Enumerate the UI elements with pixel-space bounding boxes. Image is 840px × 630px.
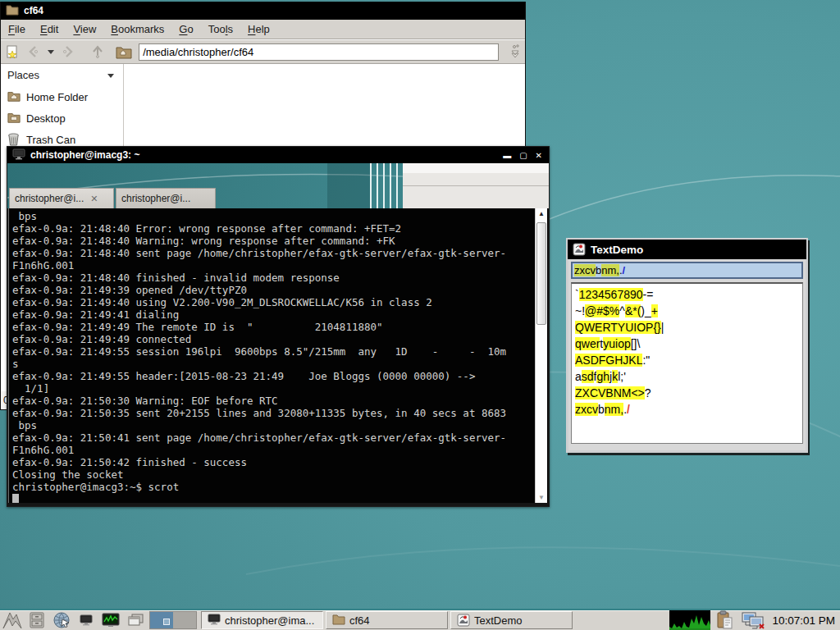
terminal-line: F1n6hG.001 [12,444,548,456]
terminal-tab-2[interactable]: christopher@i... [116,188,216,208]
terminal-titlebar[interactable]: christopher@imacg3: ~ ▬ ▢ ✕ [7,147,549,163]
scrollbar-thumb[interactable] [536,222,546,325]
text-segment: a [575,370,582,383]
back-dropdown-icon[interactable] [45,42,56,62]
menu-item-go[interactable]: Go [171,21,200,38]
pager-desktop-2[interactable] [173,612,196,628]
text-segment: -= [643,288,654,301]
textdemo-text-field[interactable]: zxcvbnm,./ [571,262,803,279]
terminal-line: christopher@imacg3:~$ scrot [12,481,548,493]
scroll-up-icon[interactable]: ▲ [536,208,547,219]
terminal-line: efax-0.9a: 21:49:41 dialing [12,308,548,321]
file-manager-toolbar [1,40,525,64]
text-segment: @#$% [585,304,619,317]
taskbar-task-christopher-ima-[interactable]: christopher@ima... [201,611,323,629]
network-icon[interactable] [742,610,766,630]
menu-item-edit[interactable]: Edit [33,21,66,38]
task-label: christopher@ima... [225,614,314,627]
text-segment: / [623,264,626,276]
scroll-down-icon[interactable]: ▼ [536,492,547,503]
java-icon [573,243,586,256]
jump-to-icon[interactable] [505,42,525,62]
close-icon[interactable]: ✕ [536,151,542,160]
menu-item-tools[interactable]: Tools [201,21,240,38]
new-tab-icon[interactable] [2,42,22,62]
text-segment: b [598,403,605,416]
taskbar-task-textdemo[interactable]: TextDemo [450,611,573,629]
menu-item-file[interactable]: File [1,21,33,38]
terminal-line: s [12,358,548,370]
text-segment: []\ [631,337,641,350]
up-icon[interactable] [88,42,107,62]
place-label: Home Folder [26,91,88,103]
sidebar-item-desktop[interactable]: Desktop [1,107,123,129]
textdemo-text-area[interactable]: `1234567890-=~!@#$%^&*()_+QWERTYUIOP{}|q… [571,282,803,444]
launcher-web-browser-icon[interactable] [49,610,74,630]
launcher-start-icon[interactable] [0,610,25,630]
terminal-output[interactable]: bpsefax-0.9a: 21:48:40 Error: wrong resp… [8,208,548,503]
file-manager-titlebar[interactable]: cf64 [1,2,525,20]
textdemo-titlebar[interactable]: TextDemo [568,240,806,259]
text-segment: gh [596,370,609,383]
text-segment: ^ [619,304,625,317]
clock[interactable]: 10:07:01 PM [772,614,837,627]
text-segment: b [596,264,601,276]
task-label: cf64 [349,614,370,627]
text-segment: 1234567890 [579,288,643,301]
launcher-system-monitor-icon[interactable] [98,610,123,630]
tab-label: christopher@i... [15,193,84,204]
tabbar-empty-area [403,163,549,208]
terminal-monitor-icon [12,148,25,162]
launcher-window-list-icon[interactable] [123,610,148,630]
terminal-line: efax-0.9a: 21:49:39 opened /dev/ttyPZ0 [12,284,548,296]
terminal-tab-1[interactable]: christopher@i...✕ [9,188,114,208]
tab-close-icon[interactable]: ✕ [90,194,98,204]
launcher-file-cabinet-icon[interactable] [25,610,49,630]
textdemo-line: ASDFGHJKL:" [575,352,799,368]
back-icon[interactable] [24,42,43,62]
folder-icon [332,614,345,627]
text-segment: ASDFGHJKL [575,354,642,367]
terminal-cursor-line [12,493,548,503]
launcher-terminal-monitor-icon[interactable] [74,610,98,630]
textdemo-line: `1234567890-= [575,286,799,303]
textdemo-title: TextDemo [591,244,643,256]
terminal-line: efax-0.9a: 21:48:40 Warning: wrong respo… [12,235,548,247]
text-segment: + [651,304,658,317]
forward-icon[interactable] [57,42,77,62]
terminal-line: F1n6hG.001 [12,259,548,272]
terminal-title: christopher@imacg3: ~ [30,149,139,161]
terminal-monitor-icon [208,614,221,627]
home-icon[interactable] [114,42,134,62]
places-header[interactable]: Places [1,64,123,86]
menu-item-help[interactable]: Help [240,21,277,38]
text-segment: sd [582,370,594,383]
trash-icon [7,133,21,146]
terminal-line: efax-0.9a: 21:49:55 header:[2015-08-23 2… [12,370,548,382]
minimize-icon[interactable]: ▬ [503,151,511,160]
textdemo-line: qwertyuiop[]\ [575,336,799,352]
terminal-menubar-transparent: christopher@i...✕christopher@i... [7,163,549,208]
cpu-graph-icon[interactable] [669,610,710,630]
terminal-line: efax-0.9a: 21:50:41 sent page /home/chri… [12,431,548,444]
textdemo-line: ZXCVBNM<>? [575,385,799,401]
taskbar-task-cf64[interactable]: cf64 [326,611,448,629]
terminal-line: efax-0.9a: 21:49:55 session 196lpi 9600b… [12,345,548,358]
text-segment: QWERTYUIOP{} [575,321,661,334]
menu-item-view[interactable]: View [66,21,103,38]
text-segment: / [627,403,630,416]
terminal-line: efax-0.9a: 21:48:40 sent page /home/chri… [12,247,548,259]
textdemo-line: asdfghjkl;' [575,368,799,385]
terminal-scrollbar[interactable]: ▲ ▼ [535,208,547,503]
sidebar-item-home-folder[interactable]: Home Folder [1,86,123,107]
maximize-icon[interactable]: ▢ [519,151,527,160]
clipboard-icon[interactable] [716,610,736,630]
desktop-pager[interactable] [149,611,197,629]
wallpaper-stripes [370,163,403,208]
pager-desktop-1[interactable] [150,612,173,628]
menu-item-bookmarks[interactable]: Bookmarks [103,21,171,38]
textdemo-line: QWERTYUIOP{}| [575,319,799,336]
taskbar: christopher@ima...cf64TextDemo 10:07:01 … [0,609,840,630]
terminal-line: 1/1] [12,382,548,395]
path-input[interactable] [139,43,499,61]
